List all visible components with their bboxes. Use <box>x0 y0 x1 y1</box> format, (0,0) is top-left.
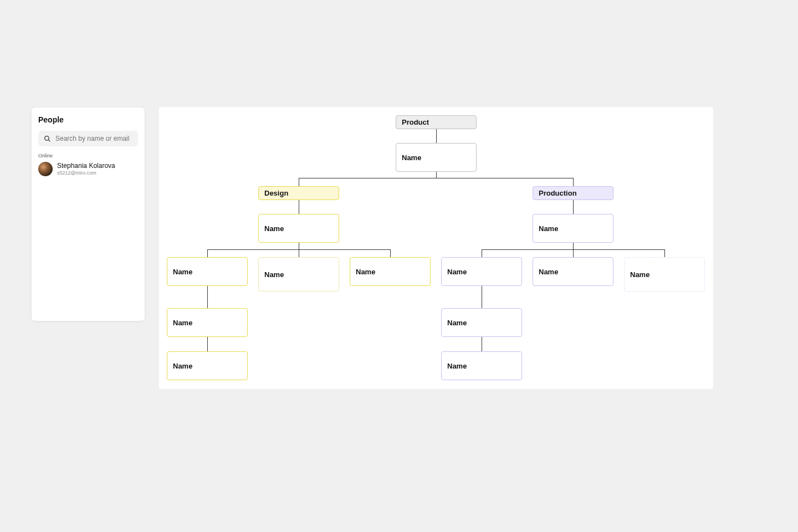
node-production-child-2[interactable]: Name <box>533 257 613 286</box>
svg-point-0 <box>45 136 49 140</box>
connector <box>664 249 665 257</box>
connector <box>573 178 574 186</box>
connector <box>207 286 208 308</box>
connector <box>573 249 574 257</box>
search-icon <box>44 135 51 142</box>
person-row[interactable]: Stephania Kolarova s5212@miro.com <box>38 162 138 176</box>
search-input[interactable] <box>55 135 132 142</box>
node-production-lead[interactable]: Name <box>533 214 613 243</box>
connector <box>299 200 299 214</box>
node-product-lead[interactable]: Name <box>396 143 477 172</box>
node-design-child-2[interactable]: Name <box>258 257 339 291</box>
node-design-lead[interactable]: Name <box>258 214 339 243</box>
connector <box>207 249 208 257</box>
node-design-header[interactable]: Design <box>258 186 339 200</box>
node-design-child-1[interactable]: Name <box>167 257 248 286</box>
node-design-child-3[interactable]: Name <box>350 257 431 286</box>
people-panel: People Online Stephania Kolarova s5212@m… <box>32 108 145 321</box>
node-production-child-1[interactable]: Name <box>441 257 522 286</box>
connector <box>436 129 437 143</box>
node-production-sub-2[interactable]: Name <box>441 351 522 380</box>
node-production-child-3[interactable]: Name <box>624 257 705 291</box>
person-name: Stephania Kolarova <box>57 162 115 170</box>
node-design-sub-1[interactable]: Name <box>167 308 248 337</box>
node-design-sub-2[interactable]: Name <box>167 351 248 380</box>
node-production-header[interactable]: Production <box>533 186 613 200</box>
connector <box>482 337 482 351</box>
org-chart-canvas[interactable]: Product Name Design Name Name Name Name … <box>159 107 713 389</box>
connector <box>436 172 437 178</box>
node-product[interactable]: Product <box>396 115 477 129</box>
person-email: s5212@miro.com <box>57 170 115 176</box>
svg-line-1 <box>48 140 50 141</box>
connector <box>207 337 208 351</box>
connector <box>482 286 482 308</box>
connector <box>482 249 482 257</box>
connector <box>573 243 574 249</box>
search-box[interactable] <box>38 131 138 146</box>
connector <box>299 178 573 178</box>
people-title: People <box>38 115 138 124</box>
connector <box>299 249 299 257</box>
avatar <box>38 162 53 176</box>
connector <box>299 243 299 249</box>
connector <box>573 200 574 214</box>
connector <box>390 249 391 257</box>
online-label: Online <box>38 153 138 158</box>
connector <box>299 178 299 186</box>
node-production-sub-1[interactable]: Name <box>441 308 522 337</box>
